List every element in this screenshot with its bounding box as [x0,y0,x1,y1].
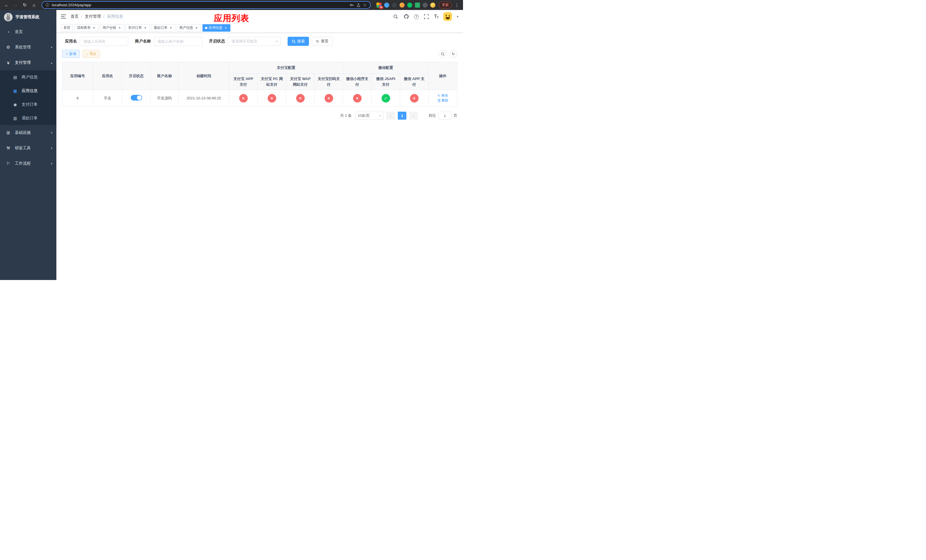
merchant-name-input[interactable] [154,37,202,46]
url-bar[interactable]: ⓘ localhost:1024/pay/app ☆ [42,1,371,9]
sidebar-item-dev-tools[interactable]: ⚒ 研发工具 ▾ [0,141,56,156]
export-button[interactable]: ↓ 导出 [83,50,100,58]
extension-avatar-icon[interactable] [399,3,405,8]
browser-menu-icon[interactable]: ⋮ [454,3,460,8]
status-toggle[interactable] [131,95,142,101]
share-icon[interactable] [357,3,360,7]
sidebar-item-pay-orders[interactable]: ◉ 支付订单 [0,98,56,111]
close-icon[interactable]: × [143,26,147,30]
status-select[interactable]: 请选择开启状态 ▾ [228,37,281,46]
pagination: 共 1 条 10条/页 ▾ ‹ 1 › 前往 页 [62,112,457,120]
browser-reload-button[interactable]: ↻ [21,2,29,9]
tag-pay-orders[interactable]: 支付订单 × [126,24,150,32]
chevron-down-icon: ▾ [51,45,52,49]
sidebar-item-label: 系统管理 [15,45,31,50]
status-label: 开启状态 [209,39,225,44]
col-actions: 操作 [428,62,457,90]
add-button[interactable]: + 新增 [62,50,80,58]
url-text[interactable]: localhost:1024/pay/app [52,3,347,7]
tag-user-group[interactable]: 用户分组 × [100,24,124,32]
edit-link[interactable]: ✎修改 [437,93,448,98]
browser-back-button[interactable]: ← [3,2,10,9]
sidebar-item-merchant-info[interactable]: ▤ 商户信息 [0,70,56,84]
close-icon[interactable]: × [224,26,228,30]
github-icon[interactable] [404,14,409,20]
font-size-icon[interactable]: TT [434,14,439,19]
close-icon[interactable]: × [92,26,96,30]
close-icon[interactable]: × [195,26,198,30]
main-content: 首页 / 支付管理 / 应用信息 ? TT [56,10,463,280]
browser-forward-button[interactable]: → [12,2,20,9]
sidebar-item-label: 研发工具 [15,145,31,151]
help-icon[interactable]: ? [414,14,419,19]
sidebar-item-system[interactable]: ⚙ 系统管理 ▾ [0,39,56,55]
extension-chat-icon[interactable] [415,3,420,8]
col-alipay-pc: 支付宝 PC 网站支付 [258,74,286,90]
extension-grid-icon[interactable]: 10 [377,3,381,8]
delete-link[interactable]: 删除 [437,98,448,103]
bookmark-star-icon[interactable]: ☆ [363,3,367,8]
search-button[interactable]: 搜索 [287,37,309,46]
sidebar-item-app-info[interactable]: ▦ 应用信息 [0,84,56,98]
dashboard-icon: ◔ [6,30,11,35]
refresh-table-button[interactable]: ↻ [449,50,457,58]
extension-drop-icon[interactable] [384,3,389,8]
browser-home-button[interactable]: ⌂ [30,2,38,9]
extension-wechat-devtools-icon[interactable] [407,3,412,8]
chevron-down-icon: ▾ [379,114,381,118]
cell-actions: ✎修改 删除 [428,90,457,106]
tag-merchant-info[interactable]: 商户信息 × [177,24,201,32]
site-info-icon[interactable]: ⓘ [45,3,49,8]
close-icon[interactable]: × [169,26,173,30]
app-name-input[interactable] [80,37,128,46]
tag-home[interactable]: 首页 [61,24,73,32]
password-key-icon[interactable] [350,3,354,7]
user-avatar[interactable] [443,12,452,21]
reset-button[interactable]: ↻ 重置 [312,37,333,46]
breadcrumb-separator: / [103,14,104,19]
sidebar-item-label: 工作流程 [15,161,31,166]
sidebar-logo[interactable]: 芋道管理系统 [0,10,56,24]
close-icon[interactable]: × [118,26,122,30]
goto-label: 前往 [428,113,436,118]
browser-update-button[interactable]: 更新 [439,2,452,9]
avatar-caret-icon[interactable]: ▾ [457,15,458,18]
breadcrumb: 首页 / 支付管理 / 应用信息 [71,14,123,19]
extension-pin-icon[interactable] [422,3,428,8]
extension-badge: 10 [379,6,383,9]
sidebar-item-label: 首页 [15,29,23,35]
extension-cluster: 10 [375,3,437,8]
breadcrumb-home[interactable]: 首页 [71,14,79,19]
sidebar-item-refund-orders[interactable]: ▥ 退款订单 [0,111,56,125]
tag-app-info[interactable]: 应用信息 × [203,24,230,32]
goto-unit: 页 [454,113,457,118]
goto-page-input[interactable] [438,112,451,120]
infrastructure-icon: ⊞ [6,130,11,135]
search-icon[interactable] [393,14,399,20]
sidebar-item-workflow[interactable]: ⚐ 工作流程 ▾ [0,156,56,171]
logo-avatar [4,13,12,21]
order-icon: ◉ [12,102,18,107]
sidebar-item-home[interactable]: ◔ 首页 [0,24,56,39]
tools-icon: ⚒ [6,145,11,151]
app-title: 芋道管理系统 [15,15,39,20]
sidebar-item-payment[interactable]: ¥ 支付管理 ▴ [0,55,56,70]
page-size-select[interactable]: 10条/页 ▾ [355,112,384,120]
breadcrumb-payment[interactable]: 支付管理 [85,14,101,19]
extension-emoji-icon[interactable] [430,3,436,8]
sidebar-item-infrastructure[interactable]: ⊞ 基础设施 ▾ [0,125,56,141]
alipay-wap-status-icon: × [296,94,305,103]
next-page-button[interactable]: › [409,112,418,120]
extension-dark-icon[interactable] [392,3,397,8]
page-number-1[interactable]: 1 [398,112,406,120]
tag-refund-orders[interactable]: 退款订单 × [151,24,176,32]
toolbar-right: ↻ [439,50,457,58]
hamburger-icon[interactable] [61,15,66,18]
col-alipay-wap: 支付宝 WAP 网站支付 [286,74,315,90]
prev-page-button[interactable]: ‹ [386,112,395,120]
tag-flow-form[interactable]: 流程表单 × [74,24,98,32]
toggle-search-button[interactable] [439,50,446,58]
fullscreen-icon[interactable] [424,14,430,20]
refresh-icon: ↻ [316,39,319,44]
wechat-app-status-icon: × [410,94,419,103]
